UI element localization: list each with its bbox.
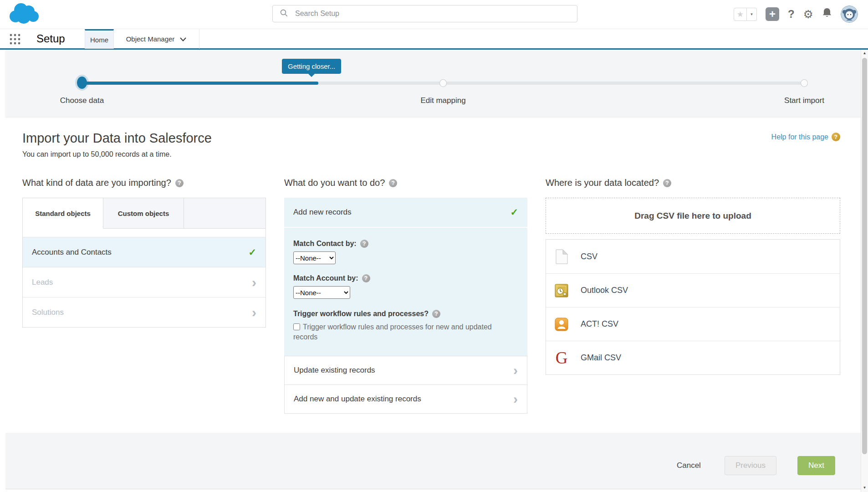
option-update-existing-records[interactable]: Update existing records › [284,356,527,385]
nav-divider [199,29,199,49]
chevron-down-icon [180,35,186,43]
tab-custom-objects[interactable]: Custom objects [103,198,184,228]
trigger-workflow-help-icon[interactable]: ? [432,310,440,318]
csv-file-icon [554,249,569,264]
favorites-control: ★ ▼ [734,8,757,21]
object-row-leads[interactable]: Leads › [23,267,266,297]
progress-step-dot-edit-mapping [439,79,447,87]
column-data-kind: What kind of data are you importing? ? S… [22,178,266,328]
favorites-dropdown-button[interactable]: ▼ [747,8,757,21]
wizard-footer: Cancel Previous Next [5,433,861,489]
trigger-workflow-checkbox-label: Trigger workflow rules and processes for… [293,323,492,341]
object-list-spacer [23,229,266,237]
data-source-list: CSV Outlook CSV [546,239,840,375]
tab-standard-objects[interactable]: Standard objects [23,198,103,229]
scrollbar-thumb[interactable] [862,58,867,454]
vertical-scrollbar[interactable]: ▲ ▼ [861,50,868,492]
step-label-choose-data: Choose data [32,96,132,105]
object-row-solutions[interactable]: Solutions › [23,297,266,327]
wizard-progress-band: Choose data Edit mapping Start import Ge… [5,50,861,117]
help-icon[interactable]: ? [788,8,795,20]
setup-search [272,5,577,22]
chevron-right-icon: › [252,306,256,319]
match-account-select[interactable]: --None-- [293,286,350,299]
trigger-workflow-checkbox[interactable] [293,323,300,330]
step-label-start-import: Start import [754,96,854,105]
object-selector: Standard objects Custom objects Accounts… [22,198,266,328]
chevron-right-icon: › [513,392,518,406]
match-contact-select[interactable]: --None-- [293,251,336,264]
location-help-icon[interactable]: ? [663,179,671,187]
tab-home[interactable]: Home [85,29,114,49]
help-question-icon: ? [832,133,840,141]
data-kind-heading: What kind of data are you importing? ? [22,178,266,188]
option-add-new-records[interactable]: Add new records ✓ [284,198,527,228]
csv-dropzone[interactable]: Drag CSV file here to upload [546,198,840,234]
check-icon: ✓ [248,247,256,258]
gmail-icon: G [554,349,569,366]
page-subtitle: You can import up to 50,000 records at a… [22,150,172,159]
tab-object-manager[interactable]: Object Manager [115,29,197,49]
global-actions-button[interactable]: + [766,7,779,21]
notifications-bell-icon[interactable] [822,8,832,20]
setup-nav-bar: Setup Home Object Manager [0,29,868,50]
match-contact-help-icon[interactable]: ? [360,240,368,248]
option-add-and-update-records[interactable]: Add new and update existing records › [284,384,527,414]
salesforce-logo [7,2,41,27]
step-label-edit-mapping: Edit mapping [393,96,493,105]
app-launcher-waffle-icon[interactable] [9,33,21,47]
data-kind-help-icon[interactable]: ? [175,179,184,187]
object-row-accounts-contacts[interactable]: Accounts and Contacts ✓ [23,237,266,267]
progress-step-dot-choose-data [77,77,87,89]
previous-button[interactable]: Previous [725,456,776,475]
match-account-help-icon[interactable]: ? [362,274,370,282]
column-action: What do you want to do? ? Add new record… [284,178,527,414]
app-name-label: Setup [36,32,65,45]
scroll-up-arrow[interactable]: ▲ [861,51,868,55]
next-button[interactable]: Next [797,456,835,475]
user-avatar[interactable] [841,5,858,23]
global-header: ★ ▼ + ? ⚙ [0,0,868,29]
add-new-records-panel: Add new records ✓ Match Contact by: ? --… [284,198,527,356]
progress-fill [82,82,318,85]
search-input[interactable] [294,9,577,18]
location-heading: Where is your data located? ? [546,178,840,188]
column-location: Where is your data located? ? Drag CSV f… [546,178,840,375]
chevron-right-icon: › [252,276,256,289]
scroll-down-arrow[interactable]: ▼ [861,486,868,490]
check-icon: ✓ [510,207,518,218]
help-for-this-page-link[interactable]: Help for this page ? [771,133,840,141]
source-row-csv[interactable]: CSV [546,240,840,273]
source-row-act-csv[interactable]: ACT! CSV [546,307,840,341]
trigger-workflow-checkbox-row: Trigger workflow rules and processes for… [293,322,505,343]
progress-tooltip: Getting closer... [282,59,341,74]
chevron-right-icon: › [513,364,518,377]
page-title: Import your Data into Salesforce [22,131,212,146]
source-row-outlook-csv[interactable]: Outlook CSV [546,273,840,307]
act-contact-icon [554,318,569,331]
action-heading: What do you want to do? ? [284,178,527,188]
cancel-button[interactable]: Cancel [674,461,704,471]
progress-step-dot-start-import [801,79,808,87]
trigger-workflow-heading: Trigger workflow rules and processes? ? [293,310,518,318]
object-tabstrip: Standard objects Custom objects [23,198,266,229]
match-account-label: Match Account by: ? [293,274,518,282]
setup-gear-icon[interactable]: ⚙ [803,8,813,21]
search-icon [280,9,288,19]
action-help-icon[interactable]: ? [389,179,397,187]
source-row-gmail-csv[interactable]: G GMail CSV [546,341,840,374]
outlook-icon [554,284,569,297]
favorite-star-button[interactable]: ★ [734,8,747,21]
match-contact-label: Match Contact by: ? [293,240,518,248]
